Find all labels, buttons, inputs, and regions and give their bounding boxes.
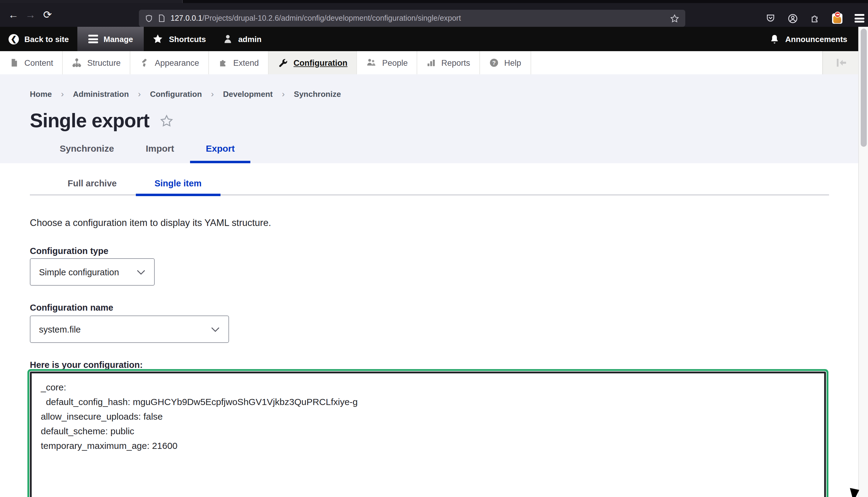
bell-icon	[769, 34, 780, 44]
menu-item-label: People	[382, 58, 408, 67]
configuration-name-select[interactable]: system.file	[30, 315, 229, 343]
page-header: Home › Administration › Configuration › …	[0, 74, 868, 163]
configuration-type-value: Simple configuration	[39, 267, 119, 277]
menu-item-label: Appearance	[155, 58, 199, 67]
url-path: /Projects/drupal-10.2.6/admin/config/dev…	[202, 14, 461, 23]
breadcrumb-synchronize[interactable]: Synchronize	[294, 89, 341, 98]
page-title: Single export	[30, 110, 149, 132]
drupal-single-export-page: ← → ⟳ 127.0.0.1/Projects/drupal-10.2.6/a…	[0, 0, 868, 497]
tab-full-archive[interactable]: Full archive	[49, 173, 136, 196]
breadcrumb-configuration[interactable]: Configuration	[150, 89, 202, 98]
menu-item-help[interactable]: ? Help	[480, 51, 531, 74]
user-icon	[223, 34, 233, 44]
shortcuts-button[interactable]: Shortcuts	[144, 27, 214, 51]
bookmark-star-icon[interactable]	[670, 14, 679, 23]
manage-label: Manage	[103, 34, 133, 44]
configuration-name-value: system.file	[39, 324, 81, 334]
paintbrush-icon	[140, 58, 149, 68]
pocket-icon[interactable]	[766, 13, 775, 23]
breadcrumb-separator: ›	[211, 89, 214, 99]
url-text: 127.0.0.1/Projects/drupal-10.2.6/admin/c…	[171, 14, 665, 23]
menu-item-label: Help	[504, 58, 521, 67]
menu-hamburger-icon[interactable]	[855, 13, 864, 24]
puzzle-icon	[218, 58, 228, 68]
chevron-down-icon	[211, 326, 220, 332]
back-to-site-label: Back to site	[24, 34, 69, 44]
shortcuts-label: Shortcuts	[169, 34, 206, 44]
wrench-icon	[278, 58, 288, 68]
forward-button[interactable]: →	[22, 6, 39, 24]
tab-export[interactable]: Export	[190, 135, 251, 163]
url-bar[interactable]: 127.0.0.1/Projects/drupal-10.2.6/admin/c…	[139, 10, 685, 27]
breadcrumb-separator: ›	[61, 89, 63, 99]
menu-item-extend[interactable]: Extend	[209, 51, 269, 74]
breadcrumb-development[interactable]: Development	[223, 89, 273, 98]
chevron-down-icon	[137, 269, 146, 275]
reload-button[interactable]: ⟳	[39, 6, 56, 24]
menu-item-appearance[interactable]: Appearance	[130, 51, 209, 74]
drupal-admin-toolbar: ❮ Back to site Manage Shortcuts admin An…	[0, 27, 868, 51]
yaml-output-textarea[interactable]: _core: default_config_hash: mguGHCYb9Dw5…	[30, 371, 826, 497]
toolbar-spacer	[270, 27, 761, 51]
configuration-type-select[interactable]: Simple configuration	[30, 258, 155, 286]
browser-active-tab[interactable]	[0, 0, 183, 3]
document-icon	[10, 58, 19, 68]
configuration-output-label: Here is your configuration:	[30, 360, 143, 370]
menu-item-people[interactable]: People	[357, 51, 417, 74]
breadcrumb: Home › Administration › Configuration › …	[30, 89, 341, 99]
admin-user-button[interactable]: admin	[214, 27, 270, 51]
bookmark-flag-icon[interactable]	[160, 114, 174, 128]
org-chart-icon	[72, 58, 82, 68]
intro-text: Choose a configuration item to display i…	[30, 217, 271, 228]
account-icon[interactable]	[787, 13, 798, 24]
primary-tabs: Synchronize Import Export	[44, 135, 251, 163]
menu-item-label: Reports	[441, 58, 470, 67]
announcements-button[interactable]: Announcements	[761, 27, 868, 51]
menu-item-reports[interactable]: Reports	[417, 51, 480, 74]
collapse-arrow-icon	[835, 58, 847, 68]
menu-item-label: Extend	[233, 58, 259, 67]
menu-item-structure[interactable]: Structure	[63, 51, 131, 74]
question-icon: ?	[489, 58, 499, 68]
breadcrumb-separator: ›	[138, 89, 141, 99]
page-scrollbar[interactable]	[858, 27, 868, 497]
extension-addon-icon[interactable]	[832, 13, 842, 24]
page-info-icon[interactable]	[158, 14, 165, 23]
configuration-type-label: Configuration type	[30, 246, 109, 256]
breadcrumb-separator: ›	[282, 89, 284, 99]
breadcrumb-administration[interactable]: Administration	[73, 89, 129, 98]
browser-tabstrip	[0, 0, 868, 3]
secondary-tabs: Full archive Single item	[30, 173, 829, 196]
tab-import[interactable]: Import	[130, 135, 190, 163]
shortcuts-star-icon	[153, 33, 163, 44]
back-button[interactable]: ←	[5, 6, 22, 24]
browser-right-icons	[766, 10, 864, 27]
menu-item-label: Content	[24, 58, 53, 67]
announcements-label: Announcements	[785, 34, 847, 44]
addon-badge	[835, 11, 841, 17]
extensions-icon[interactable]	[810, 13, 820, 23]
browser-chrome: ← → ⟳ 127.0.0.1/Projects/drupal-10.2.6/a…	[0, 0, 868, 27]
url-domain: 127.0.0.1	[171, 14, 202, 23]
svg-text:?: ?	[492, 60, 496, 66]
drupal-menu-bar: Content Structure Appearance Extend Conf…	[0, 51, 868, 74]
menu-item-configuration[interactable]: Configuration	[269, 51, 357, 74]
people-icon	[366, 58, 377, 68]
main-content: Full archive Single item Choose a config…	[0, 163, 868, 497]
menu-item-label: Configuration	[294, 58, 347, 67]
manage-icon	[88, 33, 98, 45]
tab-single-item[interactable]: Single item	[136, 173, 220, 196]
bar-chart-icon	[427, 58, 436, 68]
shield-icon[interactable]	[145, 14, 153, 23]
menu-item-label: Structure	[87, 58, 121, 67]
back-to-site-button[interactable]: ❮ Back to site	[0, 27, 77, 51]
admin-user-label: admin	[238, 34, 261, 44]
manage-button[interactable]: Manage	[77, 27, 144, 51]
tab-synchronize[interactable]: Synchronize	[44, 135, 130, 163]
back-to-site-icon: ❮	[9, 34, 19, 44]
breadcrumb-home[interactable]: Home	[30, 89, 52, 98]
scrollbar-thumb[interactable]	[860, 29, 867, 147]
menu-item-content[interactable]: Content	[0, 51, 63, 74]
configuration-name-label: Configuration name	[30, 303, 113, 312]
toolbar-collapse-button[interactable]	[822, 51, 859, 74]
